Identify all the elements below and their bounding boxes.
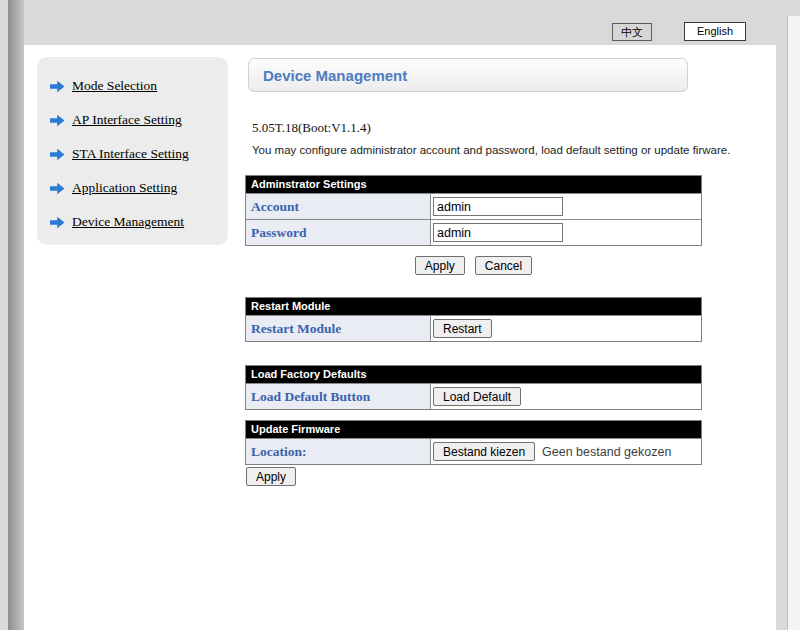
load-default-button[interactable]: Load Default bbox=[433, 387, 521, 406]
admin-settings-table: Adminstrator Settings Account Password bbox=[245, 175, 702, 246]
page-title-box: Device Management bbox=[248, 58, 688, 92]
sidebar-item-device-management[interactable]: Device Management bbox=[50, 205, 228, 239]
restart-row: Restart Module Restart bbox=[246, 315, 701, 341]
load-default-row: Load Default Button Load Default bbox=[246, 383, 701, 409]
restart-module-table: Restart Module Restart Module Restart bbox=[245, 297, 702, 342]
sidebar-item-sta-interface-setting[interactable]: STA Interface Setting bbox=[50, 137, 228, 171]
account-cell bbox=[431, 194, 701, 219]
factory-defaults-table: Load Factory Defaults Load Default Butto… bbox=[245, 365, 702, 410]
right-arrow-icon bbox=[50, 80, 65, 93]
load-default-label: Load Default Button bbox=[246, 384, 431, 409]
scrollbar[interactable] bbox=[787, 16, 800, 630]
page-description: You may configure administrator account … bbox=[252, 144, 730, 156]
load-default-cell: Load Default bbox=[431, 384, 701, 409]
firmware-file-cell: Bestand kiezen Geen bestand gekozen bbox=[431, 439, 701, 464]
sidebar-item-ap-interface-setting[interactable]: AP Interface Setting bbox=[50, 103, 228, 137]
admin-settings-header: Adminstrator Settings bbox=[246, 176, 701, 193]
page-title: Device Management bbox=[263, 67, 407, 84]
account-input[interactable] bbox=[433, 197, 563, 216]
right-arrow-icon bbox=[50, 182, 65, 195]
apply-button[interactable]: Apply bbox=[415, 256, 465, 275]
location-label: Location: bbox=[246, 439, 431, 464]
sidebar: Mode Selection AP Interface Setting STA … bbox=[37, 57, 228, 245]
window-edge-strip bbox=[8, 0, 24, 630]
sidebar-link-mode-selection[interactable]: Mode Selection bbox=[72, 78, 157, 94]
page: 中文 English Mode Selection AP Interface S… bbox=[0, 0, 800, 630]
restart-cell: Restart bbox=[431, 316, 701, 341]
restart-button[interactable]: Restart bbox=[433, 319, 492, 338]
password-row: Password bbox=[246, 219, 701, 245]
restart-module-label: Restart Module bbox=[246, 316, 431, 341]
right-arrow-icon bbox=[50, 148, 65, 161]
english-language-button[interactable]: English bbox=[684, 22, 746, 41]
right-arrow-icon bbox=[50, 216, 65, 229]
update-firmware-table: Update Firmware Location: Bestand kiezen… bbox=[245, 420, 702, 465]
password-cell bbox=[431, 220, 701, 245]
sidebar-link-ap-interface-setting[interactable]: AP Interface Setting bbox=[72, 112, 182, 128]
sidebar-link-sta-interface-setting[interactable]: STA Interface Setting bbox=[72, 146, 189, 162]
firmware-version-text: 5.05T.18(Boot:V1.1.4) bbox=[252, 120, 371, 136]
admin-buttons-row: Apply Cancel bbox=[245, 256, 702, 275]
factory-defaults-header: Load Factory Defaults bbox=[246, 366, 701, 383]
sidebar-link-application-setting[interactable]: Application Setting bbox=[72, 180, 177, 196]
account-row: Account bbox=[246, 193, 701, 219]
cancel-button[interactable]: Cancel bbox=[475, 256, 532, 275]
password-input[interactable] bbox=[433, 223, 563, 242]
password-label: Password bbox=[246, 220, 431, 245]
sidebar-item-application-setting[interactable]: Application Setting bbox=[50, 171, 228, 205]
sidebar-item-mode-selection[interactable]: Mode Selection bbox=[50, 69, 228, 103]
restart-module-header: Restart Module bbox=[246, 298, 701, 315]
firmware-location-row: Location: Bestand kiezen Geen bestand ge… bbox=[246, 438, 701, 464]
account-label: Account bbox=[246, 194, 431, 219]
right-arrow-icon bbox=[50, 114, 65, 127]
chinese-language-button[interactable]: 中文 bbox=[612, 23, 652, 41]
firmware-apply-button[interactable]: Apply bbox=[246, 467, 296, 486]
sidebar-link-device-management[interactable]: Device Management bbox=[72, 214, 184, 230]
choose-file-button[interactable]: Bestand kiezen bbox=[433, 442, 535, 461]
file-status-text: Geen bestand gekozen bbox=[542, 445, 671, 459]
update-firmware-header: Update Firmware bbox=[246, 421, 701, 438]
